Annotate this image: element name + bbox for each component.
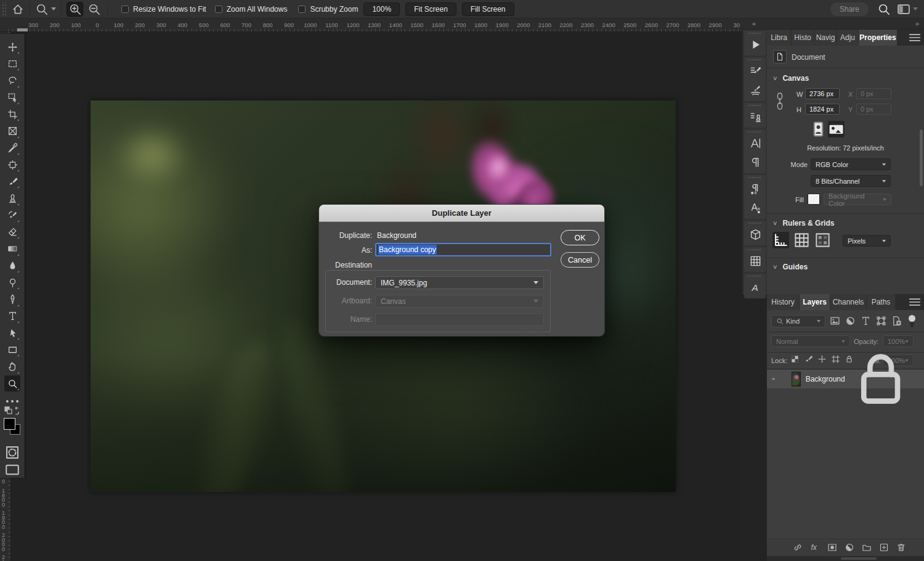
layer-effects-icon[interactable]: fx [810, 543, 820, 552]
lock-artboard-icon[interactable] [831, 354, 840, 364]
screen-mode-button[interactable] [4, 462, 20, 478]
object-selection-tool[interactable] [4, 89, 20, 105]
path-selection-tool[interactable] [4, 325, 20, 341]
lock-transparency-icon[interactable] [790, 354, 800, 364]
toggle-pixel-grid-button[interactable] [814, 232, 831, 248]
tab-properties[interactable]: Properties [859, 30, 898, 46]
gradient-tool[interactable] [4, 241, 20, 257]
zoom-tool-badge-icon[interactable] [35, 2, 49, 16]
history-brush-tool[interactable] [4, 207, 20, 223]
properties-scrollbar[interactable] [920, 129, 923, 186]
search-icon[interactable] [877, 2, 891, 16]
toggle-grid-button[interactable] [793, 232, 810, 248]
link-dimensions-icon[interactable] [776, 91, 784, 111]
type-layer-filter-icon[interactable] [861, 316, 871, 326]
pen-tool[interactable] [4, 292, 20, 308]
brush-settings-panel-icon[interactable] [744, 62, 766, 81]
brush-tool[interactable] [4, 173, 20, 189]
tab-history[interactable]: History [767, 294, 800, 310]
tab-channels[interactable]: Channels [830, 294, 867, 310]
expand-dock-icon[interactable]: » [915, 20, 919, 27]
type-tool[interactable] [4, 308, 20, 324]
link-layers-icon[interactable] [793, 543, 803, 552]
ruler-units-dropdown[interactable]: Pixels [843, 235, 891, 247]
tool-preset-chevron-icon[interactable] [51, 7, 56, 10]
fill-screen-button[interactable]: Fill Screen [462, 2, 514, 16]
tab-histo[interactable]: Histo [792, 30, 814, 46]
layers-hscroll-thumb[interactable] [841, 557, 877, 560]
options-bar-grip[interactable] [1, 2, 6, 16]
color-mode-dropdown[interactable]: RGB Color [811, 158, 891, 170]
dock-group-grip[interactable] [748, 247, 762, 252]
dock-group-grip[interactable] [748, 129, 762, 134]
lock-position-icon[interactable] [817, 354, 827, 364]
lasso-tool[interactable] [4, 73, 20, 89]
cancel-button[interactable]: Cancel [561, 252, 599, 268]
swap-colors-icon[interactable] [4, 406, 21, 417]
ok-button[interactable]: OK [561, 230, 599, 245]
clone-stamp-tool[interactable] [4, 190, 20, 207]
eraser-tool[interactable] [4, 224, 20, 240]
resize-windows-checkbox[interactable]: Resize Windows to Fit [121, 5, 206, 14]
layer-name[interactable]: Background [806, 375, 845, 383]
patterns-panel-icon[interactable] [744, 252, 766, 271]
dialog-title[interactable]: Duplicate Layer [319, 205, 604, 222]
scrubby-zoom-checkbox[interactable]: Scrubby Zoom [298, 5, 358, 14]
checkbox-icon[interactable] [215, 6, 222, 13]
toggle-rulers-button[interactable] [772, 232, 789, 248]
character-panel-icon[interactable] [744, 134, 766, 153]
zoom-tool[interactable] [4, 375, 20, 391]
rectangle-tool[interactable] [4, 342, 20, 358]
canvas-width-input[interactable]: 2736 px [805, 88, 840, 99]
glyphs-panel-icon[interactable]: A [744, 278, 766, 297]
guides-section-header[interactable]: ˅Guides [773, 263, 808, 271]
tab-layers[interactable]: Layers [800, 294, 830, 310]
destination-document-dropdown[interactable]: IMG_9935.jpg [375, 276, 544, 289]
materials-3d-panel-icon[interactable] [744, 225, 766, 244]
dock-group-grip[interactable] [748, 175, 762, 179]
new-layer-icon[interactable] [879, 543, 889, 552]
new-group-icon[interactable] [862, 543, 872, 552]
delete-layer-icon[interactable] [896, 543, 906, 552]
crop-tool[interactable] [4, 106, 20, 122]
layer-visibility-eye-icon[interactable] [772, 377, 775, 380]
fit-screen-button[interactable]: Fit Screen [405, 2, 456, 16]
layer-filter-kind-dropdown[interactable]: Kind [771, 315, 825, 327]
pixel-layer-filter-icon[interactable] [830, 316, 840, 326]
workspace-icon[interactable] [897, 2, 910, 16]
share-button[interactable]: Share [830, 2, 869, 16]
hand-tool[interactable] [4, 359, 20, 375]
dock-group-grip[interactable] [748, 31, 762, 35]
layer-row-background[interactable]: Background [767, 370, 924, 388]
shape-layer-filter-icon[interactable] [876, 316, 886, 326]
blur-tool[interactable] [4, 258, 20, 274]
character-styles-panel-icon[interactable] [744, 199, 766, 218]
marquee-tool[interactable] [4, 55, 20, 72]
foreground-color-swatch[interactable] [4, 418, 15, 430]
adjustment-layer-icon[interactable] [845, 543, 854, 552]
layers-hscroll-track[interactable] [767, 556, 924, 561]
quick-mask-button[interactable] [4, 444, 20, 461]
dock-group-grip[interactable] [748, 274, 762, 278]
layers-panel-menu-icon[interactable] [908, 294, 922, 310]
brushes-panel-icon[interactable] [744, 81, 766, 100]
healing-brush-tool[interactable] [4, 157, 20, 173]
actions-panel-icon[interactable] [744, 35, 766, 54]
lock-paint-icon[interactable] [804, 354, 813, 364]
paragraph-panel-icon[interactable] [744, 153, 766, 172]
layer-thumbnail[interactable] [792, 372, 800, 387]
checkbox-icon[interactable] [298, 6, 306, 13]
adjustment-layer-filter-icon[interactable] [845, 316, 856, 326]
tab-paths[interactable]: Paths [867, 294, 896, 310]
zoom-100-button[interactable]: 100% [363, 2, 400, 16]
bit-depth-dropdown[interactable]: 8 Bits/Channel [811, 175, 891, 187]
orientation-portrait-button[interactable] [810, 121, 827, 137]
smart-object-filter-icon[interactable] [891, 316, 902, 326]
dock-group-grip[interactable] [748, 57, 762, 62]
dodge-tool[interactable] [4, 274, 20, 290]
paragraph-styles-panel-icon[interactable] [744, 179, 766, 199]
tab-libra[interactable]: Libra [767, 30, 792, 46]
as-input[interactable]: Background copy [375, 243, 551, 256]
clone-source-panel-icon[interactable] [744, 107, 766, 126]
zoom-all-windows-checkbox[interactable]: Zoom All Windows [215, 5, 288, 14]
